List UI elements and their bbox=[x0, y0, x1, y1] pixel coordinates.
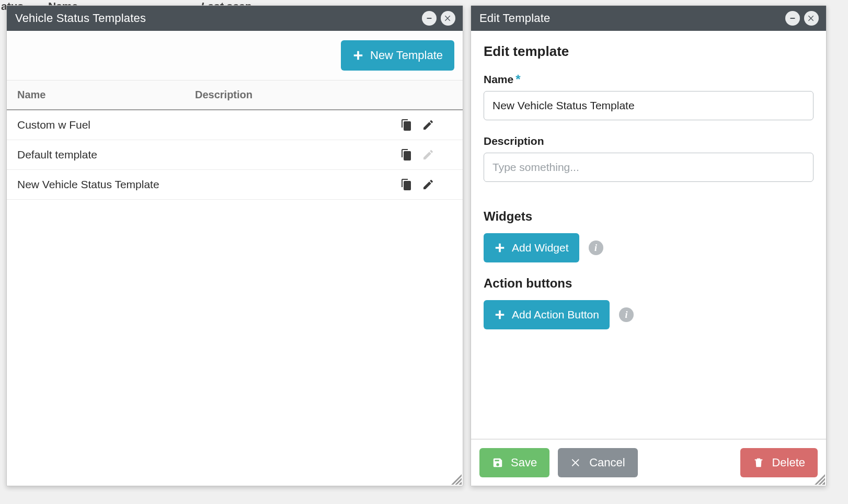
templates-titlebar: Vehicle Status Templates bbox=[7, 6, 463, 31]
new-template-label: New Template bbox=[370, 49, 443, 62]
copy-icon bbox=[400, 178, 412, 191]
add-widget-label: Add Widget bbox=[512, 242, 569, 254]
save-button[interactable]: Save bbox=[479, 448, 549, 477]
table-row: New Vehicle Status Template bbox=[7, 170, 463, 200]
add-action-button[interactable]: Add Action Button bbox=[484, 300, 610, 329]
edit-panel: Edit Template Edit template Name* Descri… bbox=[471, 5, 827, 486]
required-star-icon: * bbox=[515, 73, 520, 86]
svg-rect-0 bbox=[427, 18, 431, 19]
edit-icon bbox=[422, 119, 434, 131]
edit-button[interactable] bbox=[422, 119, 434, 131]
cancel-icon bbox=[570, 457, 582, 468]
cancel-label: Cancel bbox=[589, 456, 625, 469]
resize-icon bbox=[815, 474, 825, 485]
copy-button[interactable] bbox=[400, 148, 412, 161]
action-buttons-heading: Action buttons bbox=[484, 276, 813, 291]
edit-form: Edit template Name* Description Widgets … bbox=[471, 31, 826, 439]
edit-footer: Save Cancel Delete bbox=[471, 439, 826, 486]
templates-table-head: Name Description bbox=[7, 81, 463, 110]
templates-toolbar: New Template bbox=[7, 31, 463, 81]
minimize-button[interactable] bbox=[422, 11, 437, 26]
minimize-icon bbox=[425, 14, 433, 22]
edit-icon bbox=[422, 148, 434, 161]
edit-button[interactable] bbox=[422, 178, 434, 191]
templates-title: Vehicle Status Templates bbox=[15, 12, 418, 25]
resize-icon bbox=[451, 474, 462, 485]
copy-button[interactable] bbox=[400, 178, 412, 191]
edit-button-disabled bbox=[422, 148, 434, 161]
row-name: New Vehicle Status Template bbox=[17, 178, 195, 191]
save-icon bbox=[492, 457, 503, 468]
col-name-header: Name bbox=[17, 89, 195, 101]
minimize-button[interactable] bbox=[785, 11, 800, 26]
add-action-button-label: Add Action Button bbox=[512, 308, 599, 321]
edit-title: Edit Template bbox=[479, 12, 781, 25]
close-button[interactable] bbox=[441, 11, 455, 26]
name-label: Name* bbox=[484, 73, 813, 86]
resize-handle[interactable] bbox=[451, 474, 462, 485]
close-icon bbox=[444, 14, 452, 22]
save-label: Save bbox=[511, 456, 537, 469]
row-name: Custom w Fuel bbox=[17, 119, 195, 131]
description-label: Description bbox=[484, 135, 813, 147]
info-icon[interactable]: i bbox=[589, 240, 603, 255]
minimize-icon bbox=[788, 14, 797, 22]
description-input[interactable] bbox=[484, 153, 813, 182]
close-button[interactable] bbox=[804, 11, 819, 26]
edit-titlebar: Edit Template bbox=[471, 6, 826, 31]
copy-icon bbox=[400, 119, 412, 131]
svg-rect-1 bbox=[790, 18, 795, 19]
edit-heading: Edit template bbox=[484, 43, 813, 60]
resize-handle[interactable] bbox=[815, 474, 825, 485]
add-widget-button[interactable]: Add Widget bbox=[484, 233, 579, 262]
close-icon bbox=[807, 14, 816, 22]
table-row: Custom w Fuel bbox=[7, 110, 463, 140]
trash-icon bbox=[753, 457, 764, 468]
plus-icon bbox=[494, 309, 506, 320]
copy-button[interactable] bbox=[400, 119, 412, 131]
col-desc-header: Description bbox=[195, 89, 400, 101]
cancel-button[interactable]: Cancel bbox=[558, 448, 637, 477]
new-template-button[interactable]: New Template bbox=[341, 40, 454, 71]
plus-icon bbox=[352, 50, 364, 61]
row-name: Default template bbox=[17, 148, 195, 161]
templates-panel: Vehicle Status Templates New Template Na… bbox=[6, 5, 463, 486]
widgets-heading: Widgets bbox=[484, 209, 813, 224]
delete-label: Delete bbox=[772, 456, 805, 469]
delete-button[interactable]: Delete bbox=[740, 448, 818, 477]
edit-icon bbox=[422, 178, 434, 191]
table-row: Default template bbox=[7, 140, 463, 170]
info-icon[interactable]: i bbox=[619, 307, 634, 322]
copy-icon bbox=[400, 148, 412, 161]
plus-icon bbox=[494, 242, 506, 254]
name-input[interactable] bbox=[484, 91, 813, 120]
